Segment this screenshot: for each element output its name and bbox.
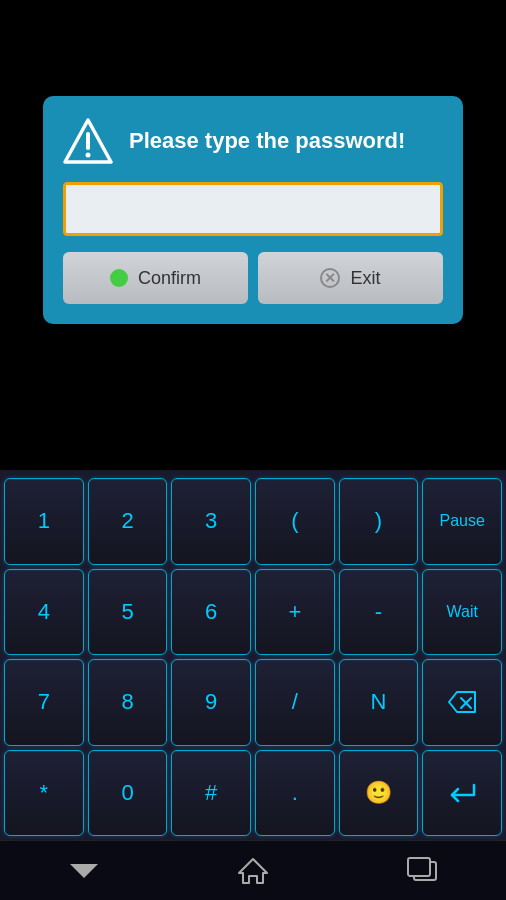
- key-9[interactable]: 9: [171, 659, 251, 746]
- home-icon: [237, 855, 269, 887]
- key-row-1: 1 2 3 ( ) Pause: [4, 478, 502, 565]
- password-input-container: [63, 182, 443, 236]
- key-4[interactable]: 4: [4, 569, 84, 656]
- dialog-title: Please type the password!: [129, 127, 405, 156]
- exit-button[interactable]: ✕ Exit: [258, 252, 443, 304]
- keyboard-rows: 1 2 3 ( ) Pause 4 5 6 + - Wait 7 8 9 / N: [0, 470, 506, 840]
- svg-marker-6: [239, 859, 267, 883]
- back-chevron-icon: [70, 864, 98, 878]
- key-close-paren[interactable]: ): [339, 478, 419, 565]
- key-star[interactable]: *: [4, 750, 84, 837]
- exit-x-icon: ✕: [320, 268, 340, 288]
- key-n[interactable]: N: [339, 659, 419, 746]
- svg-marker-3: [449, 692, 475, 712]
- key-dot[interactable]: .: [255, 750, 335, 837]
- confirm-label: Confirm: [138, 268, 201, 289]
- dialog-buttons: Confirm ✕ Exit: [63, 252, 443, 304]
- key-1[interactable]: 1: [4, 478, 84, 565]
- key-5[interactable]: 5: [88, 569, 168, 656]
- dialog-area: Please type the password! Confirm ✕ Exit: [0, 0, 506, 420]
- key-0[interactable]: 0: [88, 750, 168, 837]
- key-row-4: * 0 # . 🙂: [4, 750, 502, 837]
- keyboard-area: 1 2 3 ( ) Pause 4 5 6 + - Wait 7 8 9 / N: [0, 470, 506, 900]
- warning-icon: [63, 116, 113, 166]
- enter-icon: [448, 781, 476, 805]
- nav-bar: [0, 840, 506, 900]
- key-hash[interactable]: #: [171, 750, 251, 837]
- dialog-header: Please type the password!: [63, 116, 443, 166]
- key-wait[interactable]: Wait: [422, 569, 502, 656]
- key-row-2: 4 5 6 + - Wait: [4, 569, 502, 656]
- exit-label: Exit: [350, 268, 380, 289]
- key-minus[interactable]: -: [339, 569, 419, 656]
- key-8[interactable]: 8: [88, 659, 168, 746]
- password-input[interactable]: [63, 182, 443, 236]
- key-enter[interactable]: [422, 750, 502, 837]
- recent-apps-icon: [406, 857, 438, 885]
- key-2[interactable]: 2: [88, 478, 168, 565]
- smiley-icon: 🙂: [365, 780, 392, 806]
- key-6[interactable]: 6: [171, 569, 251, 656]
- key-plus[interactable]: +: [255, 569, 335, 656]
- key-slash[interactable]: /: [255, 659, 335, 746]
- key-row-3: 7 8 9 / N: [4, 659, 502, 746]
- svg-rect-8: [408, 858, 430, 876]
- nav-back-button[interactable]: [54, 851, 114, 891]
- confirm-dot-icon: [110, 269, 128, 287]
- key-7[interactable]: 7: [4, 659, 84, 746]
- key-3[interactable]: 3: [171, 478, 251, 565]
- confirm-button[interactable]: Confirm: [63, 252, 248, 304]
- key-backspace[interactable]: [422, 659, 502, 746]
- dialog-box: Please type the password! Confirm ✕ Exit: [43, 96, 463, 324]
- key-open-paren[interactable]: (: [255, 478, 335, 565]
- nav-home-button[interactable]: [223, 851, 283, 891]
- nav-recent-button[interactable]: [392, 851, 452, 891]
- backspace-icon: [448, 691, 476, 713]
- key-smiley[interactable]: 🙂: [339, 750, 419, 837]
- svg-point-2: [86, 153, 91, 158]
- key-pause[interactable]: Pause: [422, 478, 502, 565]
